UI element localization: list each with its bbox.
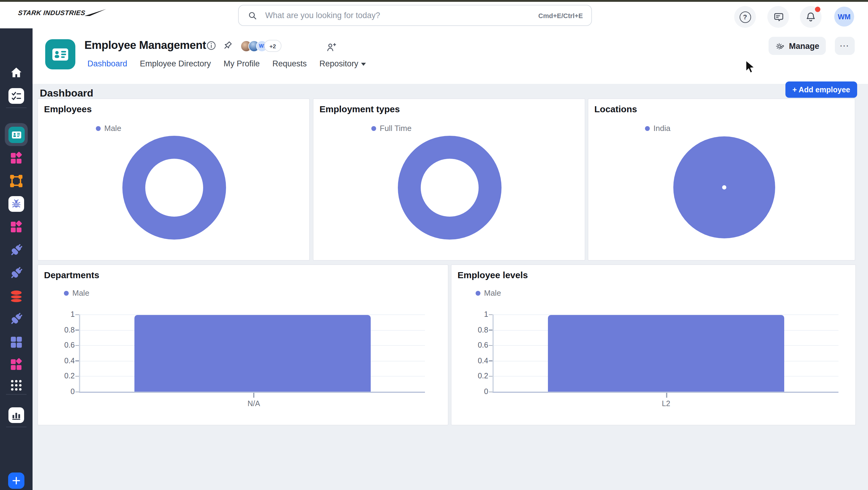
company-logo-text: STARK INDUSTRIES	[18, 9, 86, 16]
search-shortcut-hint: Cmd+E/Ctrl+E	[538, 12, 583, 19]
notifications-button[interactable]	[800, 6, 822, 28]
tab-my-profile[interactable]: My Profile	[224, 59, 260, 68]
y-axis-line	[79, 314, 80, 392]
y-axis-label: 0.6	[464, 340, 488, 350]
manage-gear-pencil-icon	[775, 41, 785, 51]
legend-dot-icon	[96, 126, 101, 131]
legend-dot-icon	[475, 291, 480, 295]
sidebar-item-apps-purple[interactable]	[9, 335, 24, 349]
sidebar-item-home[interactable]	[9, 66, 24, 80]
y-axis-line	[493, 314, 493, 392]
sidebar-item-tasks[interactable]	[8, 88, 24, 104]
app-tabs: Dashboard Employee Directory My Profile …	[87, 59, 366, 68]
search-input[interactable]	[264, 10, 538, 21]
y-tick	[75, 391, 79, 392]
plus-icon	[8, 472, 24, 489]
sidebar-item-apps-grid[interactable]	[9, 378, 23, 392]
y-tick	[75, 314, 79, 315]
app-icon-employee-management	[45, 39, 75, 69]
section-heading: Dashboard	[40, 87, 93, 99]
bar-chart-icon	[8, 407, 24, 423]
purple-apps-icon	[9, 335, 24, 349]
chart-title: Locations	[594, 104, 637, 114]
chat-icon	[772, 11, 784, 23]
sidebar-item-bug[interactable]	[8, 196, 24, 212]
legend-item-male[interactable]: Male	[475, 288, 501, 297]
sidebar-item-analytics[interactable]	[8, 407, 24, 423]
sidebar-divider	[6, 108, 27, 108]
info-icon[interactable]	[206, 40, 217, 51]
y-tick	[489, 329, 493, 330]
notification-badge	[815, 7, 820, 12]
pink-apps-icon	[9, 220, 24, 234]
y-axis-label: 0.2	[51, 371, 75, 381]
y-axis-label: 1	[51, 310, 75, 319]
dashboard-content: Dashboard + Add employee Employees Male …	[33, 84, 868, 490]
tab-requests[interactable]: Requests	[273, 59, 307, 68]
sidebar-item-apps-pink-2[interactable]	[9, 220, 24, 234]
chevron-down-icon	[361, 63, 366, 66]
legend-item-male[interactable]: Male	[64, 288, 89, 297]
y-axis-label: 0.6	[51, 340, 75, 350]
card-departments: Departments Male 1 0.8 0.6 0.4 0.2 0	[37, 264, 448, 426]
active-item-highlight	[5, 123, 28, 146]
y-tick	[489, 391, 493, 392]
y-axis-label: 0	[51, 387, 75, 397]
legend-dot-icon	[645, 126, 650, 131]
tab-dashboard[interactable]: Dashboard	[87, 59, 127, 68]
member-avatars[interactable]: WI +2	[241, 40, 281, 52]
add-member-icon[interactable]	[326, 41, 337, 53]
mouse-cursor	[745, 60, 756, 75]
y-axis-label: 0	[464, 387, 488, 397]
chart-title: Employees	[44, 104, 92, 114]
user-avatar[interactable]: WM	[834, 7, 854, 27]
tab-repository[interactable]: Repository	[319, 59, 366, 68]
database-icon	[8, 288, 24, 304]
y-tick	[75, 376, 79, 377]
app-header: Employee Management WI +2 Dashboard Empl…	[33, 28, 868, 84]
sidebar-item-employee-management[interactable]	[5, 123, 28, 146]
x-axis-category-label: N/A	[218, 400, 290, 408]
manage-button[interactable]: Manage	[769, 37, 826, 55]
more-options-button[interactable]: ···	[835, 37, 855, 55]
y-axis-label: 0.8	[51, 325, 75, 335]
card-locations: Locations India	[588, 98, 855, 261]
sidebar-item-database[interactable]	[8, 288, 24, 304]
add-employee-button[interactable]: + Add employee	[785, 82, 857, 98]
plug-icon	[9, 242, 24, 258]
card-employment-types: Employment types Full Time	[313, 98, 585, 261]
sidebar-item-frame-orange[interactable]	[9, 174, 24, 188]
bar-male-l2	[548, 315, 784, 392]
ellipsis-icon: ···	[840, 42, 849, 50]
legend-item-male[interactable]: Male	[96, 124, 121, 133]
x-axis-line	[493, 392, 838, 393]
company-logo: STARK INDUSTRIES	[18, 9, 106, 16]
sidebar-item-apps-pink-3[interactable]	[9, 357, 24, 372]
sidebar-item-plug-1[interactable]	[9, 242, 24, 258]
sidebar-item-create-new[interactable]	[8, 472, 24, 489]
sidebar-item-apps-pink[interactable]	[9, 151, 24, 165]
screen: STARK INDUSTRIES Cmd+E/Ctrl+E ? WM	[0, 0, 868, 490]
feedback-button[interactable]	[767, 6, 789, 28]
sidebar-item-plug-3[interactable]	[9, 311, 24, 326]
home-icon	[9, 66, 24, 80]
orange-frame-icon	[9, 174, 24, 188]
x-axis-category-label: L2	[630, 400, 702, 408]
x-tick	[253, 393, 254, 397]
employee-management-icon	[8, 126, 24, 143]
sidebar-item-plug-2[interactable]	[9, 265, 24, 281]
chart-title: Employee levels	[458, 270, 528, 280]
tab-employee-directory[interactable]: Employee Directory	[140, 59, 211, 68]
y-tick	[489, 376, 493, 377]
members-overflow-badge[interactable]: +2	[264, 40, 281, 52]
plug-icon	[9, 265, 24, 281]
doughnut-chart-employment-types	[398, 136, 501, 239]
legend-item-india[interactable]: India	[645, 124, 670, 133]
checklist-icon	[8, 88, 24, 104]
chart-title: Departments	[44, 270, 99, 280]
plug-icon	[9, 311, 24, 326]
legend-item-full-time[interactable]: Full Time	[371, 124, 411, 133]
global-search[interactable]: Cmd+E/Ctrl+E	[238, 5, 592, 26]
help-button[interactable]: ?	[734, 6, 756, 28]
pin-icon[interactable]	[222, 40, 233, 51]
